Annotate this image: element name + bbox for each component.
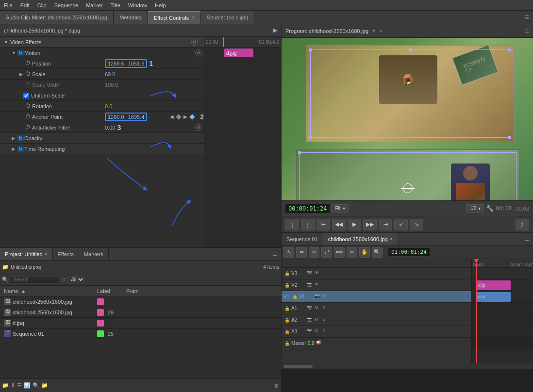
- sort-icon[interactable]: ▲: [20, 288, 26, 294]
- project-footer-icon5[interactable]: 🔍: [33, 382, 39, 389]
- monitor-dropdown-icon[interactable]: ▾: [372, 28, 375, 34]
- tab-audio-clip-mixer[interactable]: Audio Clip Mixer: childhood-2560x1600.jp…: [0, 11, 114, 24]
- v3-lock[interactable]: 🔒: [283, 270, 290, 277]
- btn-overwrite[interactable]: ↘: [410, 219, 423, 230]
- handle-tl[interactable]: [309, 49, 312, 51]
- tab-source[interactable]: Source: (no clips): [201, 11, 255, 24]
- tool-pen[interactable]: ✏: [347, 247, 357, 258]
- v3-camera[interactable]: 📷: [307, 270, 314, 277]
- project-footer-icon7[interactable]: 🗑: [274, 383, 279, 389]
- anti-flicker-value[interactable]: 0.00: [105, 125, 115, 131]
- tool-zoom[interactable]: 🔍: [372, 247, 383, 258]
- btn-play[interactable]: ▶: [348, 219, 361, 230]
- a3-s[interactable]: S: [322, 328, 329, 335]
- btn-insert[interactable]: ↙: [394, 219, 408, 230]
- a3-cam[interactable]: 📷: [307, 328, 314, 335]
- a1-lock[interactable]: 🔒: [283, 305, 290, 312]
- tab-markers[interactable]: Markers: [79, 248, 109, 260]
- menubar-file[interactable]: File: [4, 2, 13, 8]
- menubar-window[interactable]: Window: [128, 2, 147, 8]
- menubar-edit[interactable]: Edit: [20, 2, 30, 8]
- a3-m[interactable]: M: [315, 328, 321, 335]
- menubar-clip[interactable]: Clip: [37, 2, 47, 8]
- anchor-kf-set[interactable]: [190, 114, 195, 119]
- clip-child-v1[interactable]: chil: [477, 292, 511, 302]
- project-item-1[interactable]: 🖼 childhood-2560x1600.jpg 29: [0, 307, 281, 318]
- scale-expand[interactable]: ▶: [19, 72, 25, 77]
- seq-panel-menu[interactable]: ☰: [520, 233, 533, 245]
- tab-childhood[interactable]: childhood-2560x1600.jpg ×: [323, 233, 398, 245]
- a1-m[interactable]: M: [315, 305, 321, 312]
- master-lock[interactable]: 🔒: [283, 340, 290, 347]
- time-remap-expand[interactable]: ▶: [12, 147, 17, 151]
- seq-scroll-thumb[interactable]: [283, 365, 313, 368]
- tab-sequence-01[interactable]: Sequence 01: [282, 233, 323, 245]
- v2-lock[interactable]: 🔒: [283, 282, 290, 289]
- handle-br[interactable]: [508, 136, 511, 139]
- v1-camera[interactable]: 📷: [315, 294, 321, 300]
- project-footer-icon4[interactable]: 📊: [24, 382, 31, 389]
- tool-cursor[interactable]: ↖: [283, 247, 294, 258]
- ec-forward-icon[interactable]: ▶: [273, 27, 277, 33]
- anti-flicker-reset[interactable]: ↺: [195, 124, 202, 131]
- project-footer-icon1[interactable]: 📁: [2, 382, 9, 389]
- tabbar-menu-icon[interactable]: ☰: [524, 14, 529, 20]
- project-menu-icon[interactable]: ☰: [272, 251, 277, 257]
- menubar-marker[interactable]: Marker: [86, 2, 102, 8]
- project-footer-icon2[interactable]: ⬇: [11, 382, 15, 389]
- video-effects-expand[interactable]: ▼: [4, 40, 8, 45]
- anchor-prev-kf[interactable]: ◀: [169, 114, 175, 120]
- menubar-help[interactable]: Help: [155, 2, 166, 8]
- time-remap-header[interactable]: ▶ fx Time Remapping: [0, 144, 204, 154]
- v3-eye[interactable]: 👁: [315, 270, 321, 277]
- rotation-row[interactable]: ⏱ Rotation 0.0: [0, 101, 204, 112]
- anchor-stopwatch[interactable]: ⏱: [25, 114, 32, 120]
- a3-lock[interactable]: 🔒: [283, 328, 290, 335]
- seq-timecode[interactable]: 01;00;01;24: [388, 248, 430, 256]
- btn-mark-out[interactable]: }: [301, 219, 315, 230]
- lower-handle-tl[interactable]: [298, 151, 301, 154]
- btn-go-out[interactable]: ⇥: [379, 219, 392, 230]
- position-row[interactable]: ⏱ Position 1289.5 1051.6 1: [0, 58, 204, 69]
- scale-value[interactable]: 69.0: [105, 71, 115, 77]
- project-footer-icon3[interactable]: ☰: [17, 382, 22, 389]
- tool-ripple[interactable]: ⇔: [296, 247, 307, 258]
- handle-bl[interactable]: [309, 136, 312, 139]
- project-search-input[interactable]: [11, 276, 59, 283]
- anchor-kf-diamond[interactable]: [176, 114, 182, 119]
- v1-eye[interactable]: 👁: [322, 294, 329, 300]
- tab-effect-controls-close[interactable]: ×: [192, 15, 195, 20]
- scale-stopwatch[interactable]: ⏱: [25, 71, 32, 78]
- seq-menu-icon[interactable]: ☰: [524, 236, 529, 242]
- project-footer-icon6[interactable]: 📁: [41, 382, 48, 389]
- anchor-y[interactable]: 1695.4: [128, 114, 145, 120]
- menubar-sequence[interactable]: Sequence: [54, 2, 79, 8]
- position-x[interactable]: 1289.5: [108, 61, 124, 66]
- wrench-icon[interactable]: 🔧: [486, 205, 494, 212]
- v2-eye[interactable]: 👁: [315, 282, 321, 289]
- fit-dropdown[interactable]: Fit ▾: [332, 204, 348, 212]
- clip-djpg-v2[interactable]: d.jp: [477, 280, 511, 290]
- tab-metadata[interactable]: Metadata: [114, 11, 148, 24]
- master-vol[interactable]: 📢: [316, 340, 322, 347]
- tab-project[interactable]: Project: Untitled ×: [0, 248, 53, 260]
- rotation-value[interactable]: 0.0: [105, 103, 112, 109]
- project-panel-menu[interactable]: ☰: [268, 248, 281, 260]
- tool-slip[interactable]: ⇄: [321, 247, 332, 258]
- anti-flicker-row[interactable]: ⏱ Anti-flicker Filter 0.00 3 ↺: [0, 122, 204, 133]
- project-item-2[interactable]: 🖼 d.jpg: [0, 318, 281, 328]
- seq-scrollbar[interactable]: [282, 363, 533, 369]
- btn-go-in[interactable]: ⇤: [316, 219, 330, 230]
- btn-step-back[interactable]: ◀◀: [332, 219, 346, 230]
- tab-effects[interactable]: Effects: [53, 248, 79, 260]
- ratio-dropdown[interactable]: 1/2 ▾: [466, 204, 484, 212]
- scale-width-row[interactable]: ⏱ Scale Width 100.0: [0, 80, 204, 90]
- monitor-close-icon[interactable]: ×: [379, 28, 382, 34]
- position-y[interactable]: 1051.6: [128, 61, 145, 66]
- search-scope-select[interactable]: All: [68, 276, 85, 283]
- uniform-scale-checkbox[interactable]: [23, 93, 29, 98]
- a2-m[interactable]: M: [315, 317, 321, 324]
- a2-lock[interactable]: 🔒: [283, 317, 290, 324]
- opacity-expand[interactable]: ▶: [12, 136, 17, 141]
- monitor-menu[interactable]: ☰: [524, 28, 529, 34]
